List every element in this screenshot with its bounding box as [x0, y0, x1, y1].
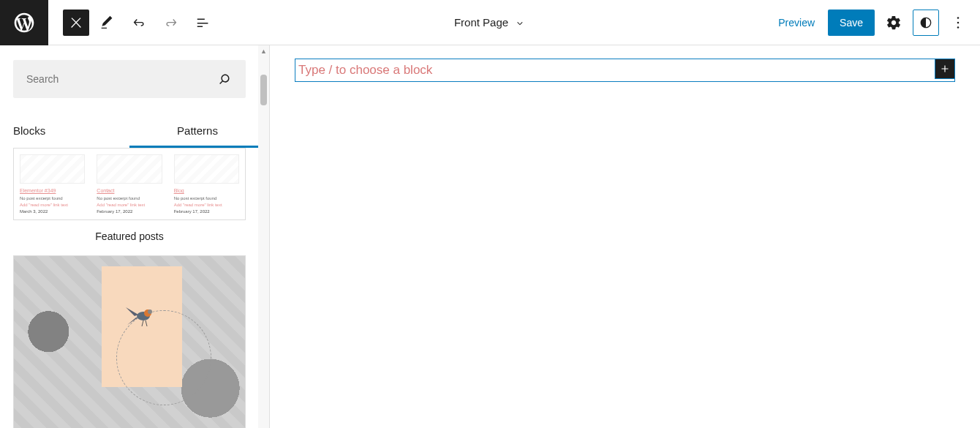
pattern-image-placeholder: [97, 154, 162, 184]
pattern-column: Blog No post excerpt found Add "read mor…: [168, 154, 245, 214]
svg-point-2: [957, 26, 960, 29]
patterns-list: Elementor #349 No post excerpt found Add…: [0, 148, 259, 428]
pattern-post-excerpt: No post excerpt found: [20, 196, 85, 200]
search-icon: [216, 71, 233, 87]
document-title[interactable]: Front Page: [454, 16, 526, 29]
search-input[interactable]: [26, 73, 216, 85]
styles-button[interactable]: [913, 10, 939, 36]
pattern-post-date: February 17, 2022: [97, 209, 132, 214]
tab-patterns[interactable]: Patterns: [136, 113, 259, 148]
page-title-text: Front Page: [454, 16, 508, 29]
plus-icon: [938, 62, 951, 75]
svg-line-6: [142, 320, 143, 326]
pattern-post-date: March 3, 2022: [20, 209, 48, 214]
list-view-icon: [195, 15, 211, 31]
edit-tools-button[interactable]: [92, 8, 121, 37]
redo-icon: [163, 15, 179, 31]
pattern-label: Featured posts: [13, 220, 246, 255]
wordpress-logo-icon: [12, 11, 36, 34]
bird-icon: [120, 300, 164, 329]
gear-icon: [886, 15, 902, 31]
pattern-post-excerpt: No post excerpt found: [97, 196, 162, 200]
wordpress-logo-button[interactable]: [0, 0, 48, 45]
save-button[interactable]: Save: [828, 10, 875, 36]
chevron-down-icon: [514, 17, 526, 29]
search-box: [13, 60, 246, 98]
preview-button[interactable]: Preview: [769, 11, 823, 34]
redo-button[interactable]: [157, 8, 186, 37]
pattern-readmore: Add "read more" link text: [20, 203, 85, 207]
sidebar-scrollbar-thumb[interactable]: [260, 75, 267, 105]
pattern-preview-divider[interactable]: [13, 255, 246, 428]
svg-point-1: [957, 21, 960, 23]
svg-point-5: [148, 309, 152, 314]
close-icon: [68, 15, 84, 31]
pattern-post-title: Blog: [174, 188, 239, 193]
svg-line-7: [146, 320, 147, 326]
pattern-readmore: Add "read more" link text: [97, 203, 162, 207]
undo-button[interactable]: [124, 8, 154, 37]
scrollbar-up-arrow-icon[interactable]: ▲: [258, 45, 269, 56]
more-vertical-icon: [950, 15, 966, 31]
pencil-icon: [99, 15, 115, 31]
pattern-column: Elementor #349 No post excerpt found Add…: [14, 154, 91, 214]
more-options-button[interactable]: [943, 8, 973, 37]
pattern-column: Contact No post excerpt found Add "read …: [91, 154, 167, 214]
pattern-post-title: Contact: [97, 188, 162, 193]
tab-blocks[interactable]: Blocks: [0, 113, 136, 148]
pattern-card-overlay: [102, 266, 182, 387]
pattern-post-date: February 17, 2022: [174, 209, 210, 214]
sidebar-scrollbar-track[interactable]: ▲: [258, 45, 269, 428]
pattern-post-title: Elementor #349: [20, 188, 85, 193]
add-block-button[interactable]: [935, 59, 955, 79]
toolbar-left-group: [48, 8, 218, 37]
top-toolbar: Front Page Preview Save: [0, 0, 980, 45]
inserter-tabs: Blocks Patterns: [0, 113, 259, 148]
styles-icon: [918, 15, 934, 31]
toolbar-right-group: Preview Save: [769, 8, 980, 37]
pattern-image-placeholder: [20, 154, 85, 184]
settings-button[interactable]: [879, 8, 908, 37]
editor-canvas[interactable]: Type / to choose a block: [270, 45, 980, 428]
empty-block-placeholder[interactable]: Type / to choose a block: [295, 59, 955, 82]
pattern-preview-featured-posts[interactable]: Elementor #349 No post excerpt found Add…: [13, 148, 246, 220]
close-inserter-button[interactable]: [63, 10, 89, 36]
svg-point-0: [957, 17, 960, 19]
block-placeholder-text: Type / to choose a block: [298, 63, 432, 78]
pattern-image-placeholder: [174, 154, 239, 184]
list-view-button[interactable]: [189, 8, 218, 37]
pattern-readmore: Add "read more" link text: [174, 203, 239, 207]
undo-icon: [131, 15, 147, 31]
block-inserter-panel: Blocks Patterns Elementor #349 No post e…: [0, 45, 270, 428]
pattern-post-excerpt: No post excerpt found: [174, 196, 239, 200]
